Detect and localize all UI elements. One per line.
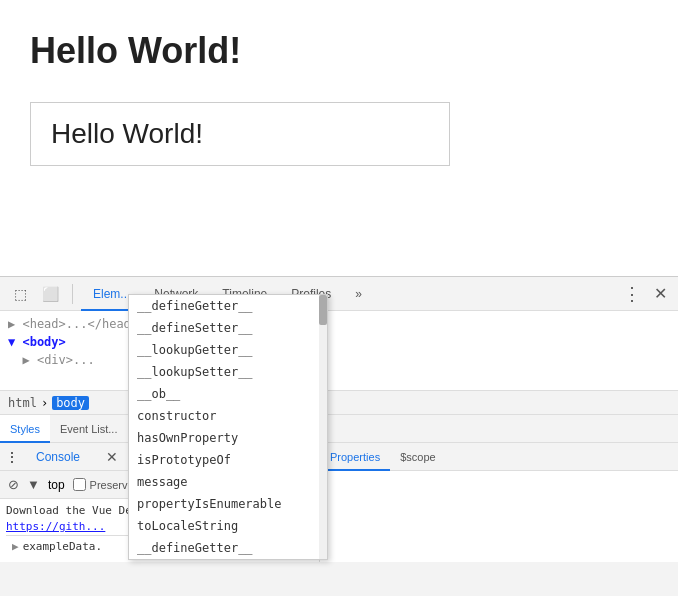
breadcrumb-html[interactable]: html [8,396,37,410]
split-area: ⋮ Console ✕ ⊘ ▼ top Preserve log Downloa… [0,443,678,562]
cursor-icon: ⬚ [14,286,27,302]
hello-input-box: Hello World! [30,102,450,166]
autocomplete-scrollbar[interactable] [319,295,327,559]
html-tree-line-2: ▼ <body> [8,333,670,351]
autocomplete-item-6[interactable]: hasOwnProperty [129,427,327,449]
tab-properties[interactable]: Properties [320,443,390,471]
cursor-tool-button[interactable]: ⬚ [6,280,34,308]
tab-event-listeners[interactable]: Event List... [50,415,127,443]
more-options-button[interactable]: ⋮ [620,282,644,306]
devtools-elements: ▶ <head>...</head> ▼ <body> ▶ <div>... h… [0,311,678,596]
autocomplete-item-1[interactable]: __defineSetter__ [129,317,327,339]
right-panel-content [320,471,678,562]
autocomplete-item-9[interactable]: propertyIsEnumerable [129,493,327,515]
inspect-icon: ⬜ [42,286,59,302]
devtools-topbar: ⬚ ⬜ Elem... Network Timeline Profiles » … [0,277,678,311]
tab-scope[interactable]: $scope [390,443,445,471]
console-prompt: ▶ [12,539,19,555]
close-console-button[interactable]: ✕ [98,443,126,471]
autocomplete-item-2[interactable]: __lookupGetter__ [129,339,327,361]
devtools-panel: ⬚ ⬜ Elem... Network Timeline Profiles » … [0,276,678,596]
autocomplete-item-7[interactable]: isPrototypeOf [129,449,327,471]
close-devtools-button[interactable]: ✕ [648,282,672,306]
autocomplete-item-0[interactable]: __defineGetter__ [129,295,327,317]
console-input-text[interactable]: exampleData. [23,539,102,555]
hello-input-value: Hello World! [51,118,203,149]
html-tree-line-1: ▶ <head>...</head> [8,315,670,333]
right-panel: Properties $scope [320,443,678,562]
console-tab[interactable]: Console [24,440,92,474]
right-panel-tabs: Properties $scope [320,443,678,471]
autocomplete-dropdown: __defineGetter__ __defineSetter__ __look… [128,294,328,560]
autocomplete-item-10[interactable]: toLocaleString [129,515,327,537]
breadcrumb: html › body [0,391,678,415]
console-filter-label: top [48,478,65,492]
autocomplete-item-3[interactable]: __lookupSetter__ [129,361,327,383]
autocomplete-item-5[interactable]: constructor [129,405,327,427]
html-tree-line-3: ▶ <div>... [8,351,670,369]
devtools-tools: ⬚ ⬜ [6,280,64,308]
separator [72,284,73,304]
tab-more[interactable]: » [343,277,374,311]
panel-tabs: Styles Event List... [0,415,678,443]
preserve-log-checkbox[interactable] [73,478,86,491]
menu-icon: ⋮ [6,450,18,464]
page-content: Hello World! Hello World! [0,0,678,270]
filter-icon: ▼ [27,477,40,492]
autocomplete-item-8[interactable]: message [129,471,327,493]
autocomplete-item-4[interactable]: __ob__ [129,383,327,405]
autocomplete-item-11[interactable]: __defineGetter__ [129,537,327,559]
tab-styles[interactable]: Styles [0,415,50,443]
page-title: Hello World! [30,30,648,72]
no-entry-icon: ⊘ [8,477,19,492]
html-tree: ▶ <head>...</head> ▼ <body> ▶ <div>... [0,311,678,391]
breadcrumb-body[interactable]: body [52,396,89,410]
autocomplete-scrollbar-thumb[interactable] [319,295,327,325]
inspect-tool-button[interactable]: ⬜ [36,280,64,308]
